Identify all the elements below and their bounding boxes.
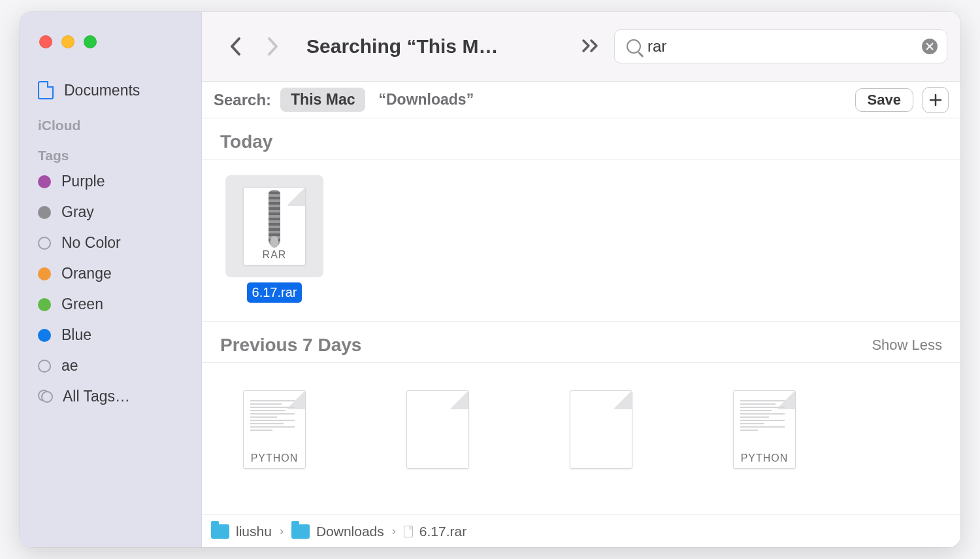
clear-search-button[interactable] bbox=[922, 39, 938, 54]
sidebar-item-label: Blue bbox=[61, 326, 91, 344]
file-icon: PYTHON bbox=[715, 379, 813, 481]
sidebar-tag-purple[interactable]: Purple bbox=[20, 166, 201, 197]
folder-icon bbox=[291, 524, 310, 539]
sidebar-section-icloud: iCloud bbox=[20, 106, 201, 136]
sidebar: Documents iCloud Tags Purple Gray No Col… bbox=[20, 12, 202, 547]
toolbar-overflow-button[interactable] bbox=[581, 35, 600, 58]
file-icon bbox=[552, 379, 650, 481]
file-format-label: RAR bbox=[263, 249, 287, 261]
chevron-right-icon bbox=[266, 37, 279, 56]
sidebar-all-tags[interactable]: All Tags… bbox=[20, 381, 201, 412]
sidebar-tag-nocolor[interactable]: No Color bbox=[20, 228, 201, 258]
document-icon bbox=[38, 81, 54, 99]
sidebar-tag-green[interactable]: Green bbox=[20, 289, 201, 320]
add-criteria-button[interactable] bbox=[923, 87, 949, 113]
search-icon bbox=[627, 39, 641, 54]
group-header-today: Today bbox=[202, 118, 960, 160]
path-segment[interactable]: 6.17.rar bbox=[419, 524, 466, 539]
sidebar-item-label: Purple bbox=[61, 173, 105, 190]
tag-dot-icon bbox=[38, 360, 51, 373]
sidebar-item-label: All Tags… bbox=[63, 388, 130, 405]
file-icon: RAR bbox=[225, 175, 323, 277]
search-input[interactable] bbox=[647, 37, 915, 56]
finder-window: Documents iCloud Tags Purple Gray No Col… bbox=[20, 12, 960, 547]
results-content: Today RAR 6.17.rar Previous 7 Days bbox=[202, 118, 960, 515]
chevron-double-right-icon bbox=[581, 39, 600, 53]
file-name[interactable]: 6.17.rar bbox=[247, 282, 302, 303]
file-item[interactable] bbox=[389, 379, 487, 481]
forward-button[interactable] bbox=[257, 34, 288, 59]
sidebar-tag-gray[interactable]: Gray bbox=[20, 197, 201, 228]
sidebar-item-label: No Color bbox=[61, 234, 121, 252]
main-area: Searching “This M… Search: This Mac “Dow… bbox=[202, 12, 960, 547]
sidebar-item-label: Green bbox=[61, 296, 103, 313]
file-item[interactable]: PYTHON bbox=[715, 379, 813, 481]
path-bar: liushu › Downloads › 6.17.rar bbox=[202, 515, 960, 547]
sidebar-item-label: ae bbox=[61, 357, 78, 375]
close-button[interactable] bbox=[39, 35, 52, 48]
window-title: Searching “This M… bbox=[306, 35, 498, 58]
file-icon: PYTHON bbox=[225, 379, 323, 481]
sidebar-item-label: Gray bbox=[61, 203, 94, 221]
search-field[interactable] bbox=[614, 29, 947, 63]
file-item[interactable] bbox=[552, 379, 650, 481]
file-item[interactable]: RAR 6.17.rar bbox=[225, 175, 323, 303]
back-button[interactable] bbox=[220, 34, 252, 59]
show-less-button[interactable]: Show Less bbox=[872, 337, 942, 354]
sidebar-item-label: Documents bbox=[64, 82, 140, 99]
chevron-left-icon bbox=[229, 37, 242, 56]
file-format-label: PYTHON bbox=[251, 452, 299, 464]
path-segment[interactable]: Downloads bbox=[316, 524, 384, 539]
file-icon bbox=[389, 379, 487, 481]
tag-dot-icon bbox=[38, 206, 51, 219]
scope-label: Search: bbox=[214, 91, 271, 109]
sidebar-item-documents[interactable]: Documents bbox=[20, 75, 201, 106]
file-item[interactable]: PYTHON bbox=[225, 379, 323, 481]
file-grid-today: RAR 6.17.rar bbox=[202, 160, 960, 308]
path-segment[interactable]: liushu bbox=[236, 524, 272, 539]
maximize-button[interactable] bbox=[84, 35, 97, 48]
file-icon bbox=[404, 526, 413, 537]
chevron-right-icon: › bbox=[278, 524, 285, 538]
sidebar-tag-blue[interactable]: Blue bbox=[20, 320, 201, 350]
toolbar: Searching “This M… bbox=[202, 12, 960, 82]
sidebar-tag-orange[interactable]: Orange bbox=[20, 258, 201, 289]
minimize-button[interactable] bbox=[61, 35, 74, 48]
sidebar-tag-ae[interactable]: ae bbox=[20, 350, 201, 381]
tag-dot-icon bbox=[38, 298, 51, 311]
sidebar-section-tags: Tags bbox=[20, 136, 201, 166]
group-header-previous: Previous 7 Days Show Less bbox=[202, 321, 960, 363]
file-grid-previous: PYTHON bbox=[202, 363, 960, 486]
file-format-label: PYTHON bbox=[741, 452, 789, 464]
save-search-button[interactable]: Save bbox=[855, 88, 913, 112]
sidebar-item-label: Orange bbox=[61, 265, 112, 282]
tag-dot-icon bbox=[38, 237, 51, 250]
all-tags-icon bbox=[38, 390, 52, 404]
chevron-right-icon: › bbox=[391, 524, 397, 538]
scope-this-mac[interactable]: This Mac bbox=[280, 88, 365, 112]
window-controls bbox=[20, 24, 201, 75]
plus-icon bbox=[929, 93, 942, 107]
search-scope-bar: Search: This Mac “Downloads” Save bbox=[202, 82, 960, 118]
tag-dot-icon bbox=[38, 175, 51, 188]
group-title: Today bbox=[220, 131, 272, 152]
group-title: Previous 7 Days bbox=[220, 335, 361, 356]
tag-dot-icon bbox=[38, 267, 51, 280]
tag-dot-icon bbox=[38, 329, 51, 342]
folder-icon bbox=[211, 524, 229, 539]
scope-downloads[interactable]: “Downloads” bbox=[374, 91, 474, 109]
